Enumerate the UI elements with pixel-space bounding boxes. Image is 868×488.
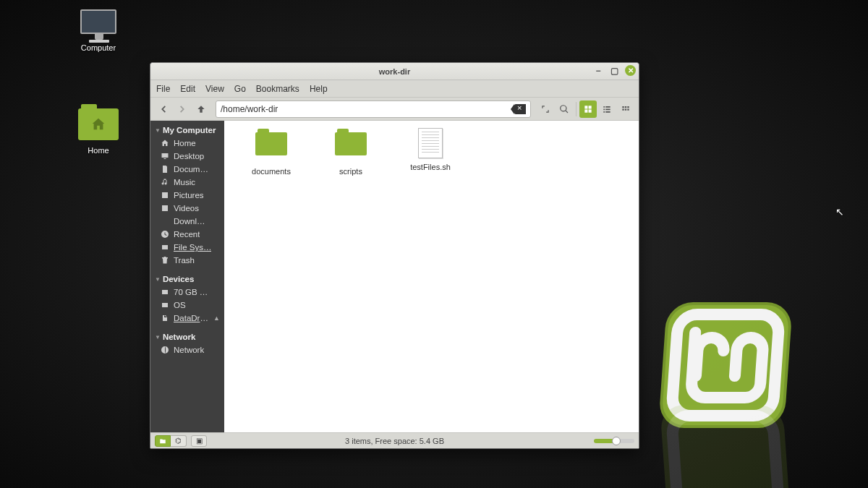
menu-bookmarks[interactable]: Bookmarks: [256, 84, 299, 94]
eject-icon[interactable]: ▲: [213, 314, 220, 322]
desktop-icon-home[interactable]: Home: [69, 107, 127, 155]
list-view-button[interactable]: [598, 100, 616, 118]
file-label: documents: [244, 167, 298, 176]
sidebar-header-network[interactable]: ▼Network: [150, 330, 224, 343]
file-item-scripts[interactable]: scripts: [324, 128, 378, 176]
folder-icon: [254, 132, 289, 163]
sidebar-item-os[interactable]: OS: [150, 299, 224, 312]
menu-help[interactable]: Help: [310, 84, 328, 94]
menu-view[interactable]: View: [205, 84, 224, 94]
sidebar-item-videos[interactable]: Videos: [150, 202, 224, 215]
forward-button[interactable]: [174, 100, 191, 118]
sidebar-item-music[interactable]: Music: [150, 176, 224, 189]
toggle-location-button[interactable]: [537, 100, 554, 118]
script-file-icon: [413, 128, 448, 158]
icon-view-button[interactable]: [579, 100, 597, 118]
file-item-documents[interactable]: documents: [244, 128, 298, 176]
sidebar-item-pictures[interactable]: Pictures: [150, 189, 224, 202]
mint-logo-reflection: [658, 394, 803, 488]
sidebar-header-my-computer[interactable]: ▼My Computer: [150, 124, 224, 137]
sidebar-item-documents[interactable]: Docum…: [150, 163, 224, 176]
titlebar[interactable]: work-dir − ▢ ✕: [150, 63, 639, 80]
folder-icon: [333, 132, 368, 163]
sidebar-item-desktop[interactable]: Desktop: [150, 150, 224, 163]
places-sidebar-button[interactable]: [155, 435, 171, 447]
chevron-down-icon: ▼: [155, 334, 161, 341]
show-hidden-button[interactable]: ▣: [191, 435, 207, 447]
location-path: /home/work-dir: [221, 104, 278, 114]
clear-path-icon[interactable]: [514, 104, 526, 114]
sidebar-header-devices[interactable]: ▼Devices: [150, 273, 224, 286]
menu-go[interactable]: Go: [234, 84, 246, 94]
sidebar-item-datadrive[interactable]: DataDri…▲: [150, 312, 224, 325]
close-button[interactable]: ✕: [625, 65, 636, 76]
compact-view-button[interactable]: [617, 100, 634, 118]
maximize-button[interactable]: ▢: [609, 66, 619, 76]
mouse-cursor-icon: ↖: [835, 206, 844, 218]
desktop-icon-label: Home: [69, 146, 127, 155]
chevron-down-icon: ▼: [155, 127, 161, 134]
statusbar: ⌬ ▣ 3 items, Free space: 5.4 GB: [150, 432, 639, 448]
back-button[interactable]: [155, 100, 172, 118]
minimize-button[interactable]: −: [593, 66, 603, 76]
sidebar-item-network[interactable]: Network: [150, 343, 224, 356]
file-item-testfiles[interactable]: testFiles.sh: [404, 128, 457, 171]
window-title: work-dir: [379, 67, 410, 76]
file-view[interactable]: documents scripts testFiles.sh: [224, 121, 639, 432]
location-bar[interactable]: /home/work-dir: [216, 100, 531, 118]
sidebar-item-filesystem[interactable]: File Sys…: [150, 241, 224, 254]
sidebar: ▼My Computer Home Desktop Docum… Music P…: [150, 121, 224, 432]
search-button[interactable]: [556, 100, 573, 118]
sidebar-item-downloads[interactable]: Downl…: [150, 215, 224, 228]
sidebar-item-trash[interactable]: Trash: [150, 254, 224, 267]
tree-sidebar-button[interactable]: ⌬: [171, 435, 187, 447]
up-button[interactable]: [192, 100, 210, 118]
menubar: File Edit View Go Bookmarks Help: [150, 80, 639, 98]
sidebar-item-volume[interactable]: 70 GB …: [150, 286, 224, 299]
menu-file[interactable]: File: [156, 84, 170, 94]
chevron-down-icon: ▼: [155, 276, 161, 283]
home-folder-icon: [78, 107, 119, 142]
zoom-slider[interactable]: [594, 439, 634, 443]
computer-icon: [78, 4, 119, 39]
file-label: scripts: [324, 167, 378, 176]
status-text: 3 items, Free space: 5.4 GB: [345, 437, 444, 445]
sidebar-item-recent[interactable]: Recent: [150, 228, 224, 241]
toolbar: /home/work-dir: [150, 98, 639, 121]
file-label: testFiles.sh: [404, 163, 457, 171]
menu-edit[interactable]: Edit: [180, 84, 195, 94]
sidebar-item-home[interactable]: Home: [150, 137, 224, 150]
desktop-icon-computer[interactable]: Computer: [69, 4, 127, 52]
desktop-icon-label: Computer: [69, 43, 127, 52]
file-manager-window: work-dir − ▢ ✕ File Edit View Go Bookmar…: [150, 62, 639, 449]
